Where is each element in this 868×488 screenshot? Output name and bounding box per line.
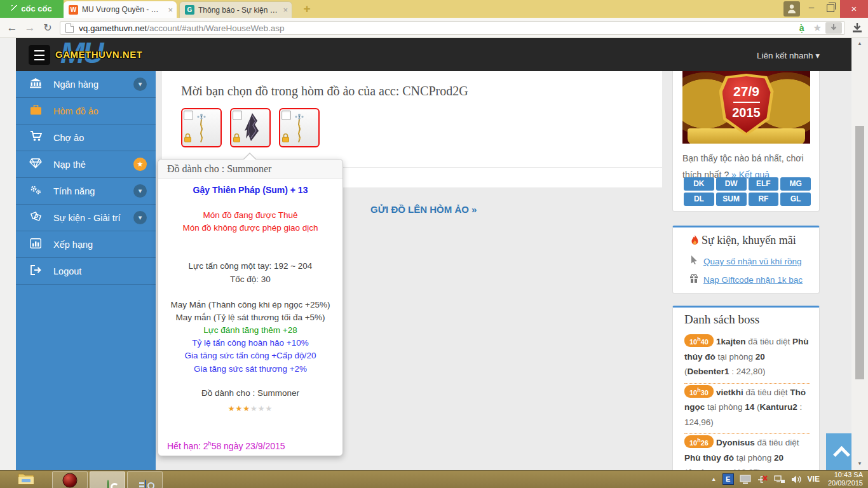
- profile-button[interactable]: [783, 1, 800, 17]
- url-host: vq.gamethuvn.net: [79, 24, 147, 33]
- tab2-close-icon[interactable]: ×: [283, 5, 288, 15]
- download-indicator[interactable]: [825, 22, 842, 34]
- bookmark-star-icon[interactable]: ★: [813, 22, 822, 34]
- chevron-down-icon[interactable]: ▾: [133, 184, 147, 198]
- mu-game-icon: [63, 473, 78, 487]
- boss-time-badge: 10h40: [684, 334, 714, 347]
- item-slot-3[interactable]: [279, 108, 320, 147]
- tray-idm-icon[interactable]: E: [722, 473, 734, 485]
- sidebar-item-cho-ao[interactable]: Chợ ảo: [16, 125, 156, 151]
- poll-button-gl[interactable]: GL: [780, 193, 811, 206]
- hamburger-menu-button[interactable]: [29, 45, 50, 65]
- tray-network-icon[interactable]: [774, 475, 785, 484]
- scrollbar-up-arrow[interactable]: ▲: [851, 41, 868, 46]
- taskbar-settings-button[interactable]: [127, 471, 163, 488]
- coccoc-logo-icon: [11, 5, 19, 13]
- screen: cốc cốc W MU Vương Quyền - Game × G Thôn…: [0, 0, 868, 488]
- reload-button[interactable]: ↻: [39, 18, 56, 37]
- poll-button-mg[interactable]: MG: [780, 177, 811, 191]
- sidebar: Ngân hàng ▾ Hòm đồ ảo Chợ ảo Nạp thẻ ★: [16, 71, 156, 470]
- minimize-button[interactable]: –: [802, 0, 821, 18]
- flame-icon: [691, 235, 699, 245]
- poll-button-dl[interactable]: DL: [684, 193, 714, 206]
- poll-button-dw[interactable]: DW: [716, 177, 747, 191]
- coccoc-brand: cốc cốc: [0, 0, 64, 18]
- sidebar-item-nap-the[interactable]: Nạp thẻ ★: [16, 151, 156, 178]
- sidebar-item-hom-do-ao[interactable]: Hòm đồ ảo: [16, 98, 156, 125]
- sidebar-label: Sự kiện - Giải trí: [53, 213, 133, 223]
- item-checkbox[interactable]: [184, 111, 193, 120]
- poll-panel: 27/9 2015 Bạn thấy tộc nào bá nhất, chơi…: [672, 71, 820, 212]
- scrollbar-thumb[interactable]: [855, 126, 864, 379]
- poll-button-rf[interactable]: RF: [749, 193, 779, 206]
- tab1-title: MU Vương Quyền - Game: [82, 5, 164, 14]
- cursor-icon: [688, 255, 700, 266]
- boss-list-title: Danh sách boss: [684, 313, 759, 327]
- language-indicator[interactable]: VIE: [808, 475, 820, 484]
- item-checkbox[interactable]: [281, 111, 291, 120]
- back-button[interactable]: ←: [4, 18, 20, 37]
- event-banner-image[interactable]: 27/9 2015: [682, 71, 810, 144]
- item-name: Gậy Thiên Pháp (Sum) + 13: [158, 184, 342, 196]
- poll-button-elf[interactable]: ELF: [749, 177, 779, 191]
- person-icon: [787, 4, 796, 14]
- quick-links-dropdown[interactable]: Liên kết nhanh ▾: [757, 50, 820, 60]
- display-settings-icon: [145, 480, 146, 488]
- tooltip-header: Đồ dành cho : Summoner: [158, 159, 342, 179]
- sidebar-item-logout[interactable]: Logout: [16, 258, 156, 285]
- taskbar-explorer-button[interactable]: [18, 472, 34, 488]
- tray-display-icon[interactable]: [740, 475, 751, 484]
- sidebar-item-su-kien-giai-tri[interactable]: Sự kiện - Giải trí ▾: [16, 205, 156, 231]
- taskbar-clock[interactable]: 10:43 SA 20/09/2015: [828, 471, 863, 487]
- send-to-warehouse-link[interactable]: GỬI ĐỒ LÊN HÒM ẢO »: [370, 204, 477, 215]
- page-icon: [65, 24, 74, 33]
- sidebar-item-tinh-nang[interactable]: Tính năng ▾: [16, 178, 156, 205]
- item-excellent-stat: Gia tăng sức sát thương +2%: [158, 363, 342, 376]
- site-logo[interactable]: MU GAMETHUVN.NET: [55, 39, 151, 70]
- tab1-close-icon[interactable]: ×: [168, 5, 173, 15]
- boss-time-badge: 10h30: [684, 385, 714, 398]
- item-slot-1[interactable]: [181, 108, 222, 147]
- events-panel: Sự kiện, khuyến mãi Quay số nhận vũ khí …: [672, 226, 820, 294]
- poll-button-dk[interactable]: DK: [684, 177, 714, 191]
- downloads-button[interactable]: [850, 21, 864, 35]
- restore-button[interactable]: [821, 0, 840, 18]
- taskbar-mu-game-button[interactable]: [52, 471, 88, 488]
- tray-usb-eject-icon[interactable]: [757, 475, 768, 484]
- item-slot-2[interactable]: [230, 108, 271, 147]
- tab-mu-vuong-quyen[interactable]: W MU Vương Quyền - Game ×: [64, 1, 177, 18]
- vietnamese-input-icon[interactable]: ạ̀: [799, 23, 804, 33]
- tooltip-arrow: [243, 154, 256, 160]
- event-link-spin[interactable]: Quay số nhận vũ khí rồng: [688, 255, 802, 266]
- page-scrollbar[interactable]: ▲ ▼: [851, 38, 868, 470]
- tray-volume-icon[interactable]: [791, 475, 802, 484]
- new-tab-button[interactable]: +: [299, 2, 315, 16]
- item-attack-stat: Lực tấn công một tay: 192 ~ 204: [158, 260, 342, 273]
- tray-show-hidden-icon[interactable]: ▲: [711, 476, 717, 482]
- poll-button-sum[interactable]: SUM: [716, 193, 747, 206]
- briefcase-icon: [29, 105, 43, 118]
- scrollbar-down-arrow[interactable]: ▼: [851, 461, 868, 466]
- chevron-down-icon[interactable]: ▾: [133, 78, 147, 91]
- gem-icon: [29, 158, 43, 171]
- close-button[interactable]: ×: [840, 0, 868, 18]
- sidebar-label: Hòm đồ ảo: [53, 106, 156, 116]
- item-tooltip: Đồ dành cho : Summoner Gậy Thiên Pháp (S…: [158, 159, 343, 456]
- item-excellent-stat: Gia tăng sức tấn công +Cấp độ/20: [158, 349, 342, 362]
- item-luck-stat: May Mắn (Thành công khi ép ngọc +25%): [158, 299, 342, 311]
- sidebar-item-ngan-hang[interactable]: Ngân hàng ▾: [16, 71, 156, 98]
- forward-button[interactable]: →: [22, 18, 38, 37]
- chevron-up-icon: [833, 446, 850, 463]
- url-bar[interactable]: vq.gamethuvn.net /account/#auth/WareHous…: [60, 21, 845, 35]
- item-rent-warning: Món đồ đang được Thuê: [158, 209, 342, 222]
- sidebar-item-xep-hang[interactable]: Xếp hạng: [16, 231, 156, 258]
- taskbar-coccoc-button[interactable]: [90, 471, 125, 488]
- coccoc-browser-icon: [107, 480, 109, 488]
- clock-date: 20/09/2015: [828, 479, 863, 487]
- site-header: MU GAMETHUVN.NET Liên kết nhanh ▾: [16, 38, 851, 71]
- chevron-down-icon[interactable]: ▾: [133, 211, 147, 224]
- tab-thong-bao[interactable]: G Thông báo - Sự kiện SPIN ×: [179, 1, 292, 18]
- event-link-giftcode[interactable]: Nạp Giftcode nhận 1k bạc: [688, 274, 803, 285]
- page-left-margin: [0, 38, 16, 470]
- sidebar-label: Chợ ảo: [53, 133, 156, 143]
